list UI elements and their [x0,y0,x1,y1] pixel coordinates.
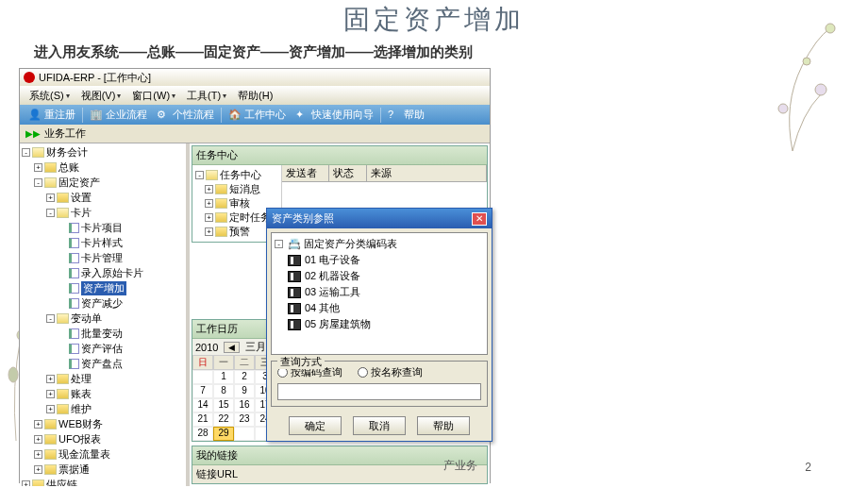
collapse-icon[interactable]: - [195,171,204,179]
category-tree: -📇固定资产分类编码表 01 电子设备 02 机器设备 03 运输工具 04 其… [271,232,488,355]
expand-icon[interactable]: + [46,194,55,202]
nav-maintain[interactable]: +维护 [22,402,184,417]
help-icon: ? [388,109,401,122]
cal-day-header: 二 [234,355,255,370]
collapse-icon[interactable]: - [46,209,55,217]
nav-cashflow[interactable]: +现金流量表 [22,447,184,463]
menu-help[interactable]: 帮助(H) [232,86,278,105]
menu-system[interactable]: 系统(S)▾ [24,86,75,105]
task-root[interactable]: -任务中心 [195,168,278,182]
ok-button[interactable]: 确定 [289,416,342,435]
cal-day-cell[interactable]: 1 [213,370,234,384]
cal-day-cell[interactable]: 29 [213,427,234,441]
nav-settings[interactable]: +设置 [22,191,184,206]
help-button[interactable]: 帮助 [417,416,470,435]
category-item[interactable]: 02 机器设备 [275,268,484,284]
radio-icon[interactable] [358,367,368,378]
collapse-icon[interactable]: - [46,314,55,323]
menu-window[interactable]: 窗口(W)▾ [126,86,181,105]
collapse-icon[interactable]: - [34,178,42,187]
nav-process[interactable]: +处理 [22,372,184,387]
category-item[interactable]: 04 其他 [275,300,484,316]
expand-icon[interactable]: + [34,163,42,172]
expand-icon[interactable]: + [34,450,42,459]
dialog-titlebar[interactable]: 资产类别参照 ✕ [267,209,492,228]
cal-day-cell[interactable]: 22 [213,412,234,427]
query-group: 查询方式 按编码查询 按名称查询 [271,361,488,407]
nav-webfin[interactable]: +WEB财务 [22,417,184,432]
query-input[interactable] [277,383,481,400]
cal-day-cell[interactable]: 14 [192,398,213,412]
cal-day-cell[interactable]: 21 [192,412,213,427]
menu-tools[interactable]: 工具(T)▾ [181,86,232,105]
footer-text: 产业务 [443,458,477,474]
dialog-title: 资产类别参照 [272,211,334,226]
task-center-header: 任务中心 [192,146,487,165]
nav-asset-check[interactable]: 资产盘点 [22,357,184,372]
expand-icon[interactable]: + [205,199,213,208]
work-panel-label: ▶▶ 业务工作 [20,125,490,143]
category-item[interactable]: 05 房屋建筑物 [275,316,484,332]
folder-open-icon [44,177,57,188]
folder-icon [57,389,69,399]
nav-asset-reduce[interactable]: 资产减少 [22,296,184,311]
toolbar-quickguide[interactable]: ✦快速使用向导 [291,107,378,123]
cal-day-cell[interactable]: 7 [192,384,213,398]
nav-finance[interactable]: -财务会计 [22,145,184,160]
nav-card-manage[interactable]: 卡片管理 [22,251,184,266]
expand-icon[interactable]: + [46,375,55,383]
radio-by-name[interactable]: 按名称查询 [358,365,423,379]
cal-day-cell[interactable]: 23 [234,412,255,427]
nav-fa[interactable]: -固定资产 [22,176,184,191]
nav-supplychain[interactable]: +供应链 [22,478,184,486]
nav-asset-add[interactable]: 资产增加 [22,281,184,296]
expand-icon[interactable]: + [46,405,55,413]
cal-day-cell[interactable]: 9 [234,384,255,398]
toolbar-reregister[interactable]: 👤重注册 [24,107,80,123]
expand-icon[interactable]: + [205,227,213,236]
toolbar: 👤重注册 🏢企业流程 ⚙个性流程 🏠工作中心 ✦快速使用向导 ?帮助 [20,105,490,125]
nav-gl[interactable]: +总账 [22,160,184,176]
close-icon[interactable]: ✕ [472,212,487,226]
cal-day-cell[interactable]: 15 [213,398,234,412]
expand-icon[interactable]: + [205,213,213,222]
nav-card-input[interactable]: 录入原始卡片 [22,266,184,281]
cal-day-cell[interactable]: 8 [213,384,234,398]
category-root[interactable]: -📇固定资产分类编码表 [275,236,484,252]
toolbar-custflow[interactable]: ⚙个性流程 [152,107,219,123]
user-icon: 👤 [28,109,42,122]
nav-card-style[interactable]: 卡片样式 [22,236,184,251]
cal-day-cell[interactable]: 2 [234,370,255,384]
cancel-button[interactable]: 取消 [353,416,406,435]
expand-icon[interactable]: + [34,435,42,444]
svg-point-5 [8,367,18,382]
nav-bills[interactable]: +票据通 [22,463,184,478]
expand-icon[interactable]: + [205,185,213,194]
toolbar-workcenter[interactable]: 🏠工作中心 [224,107,291,123]
category-icon [288,287,301,298]
expand-icon[interactable]: + [34,420,42,429]
nav-change[interactable]: -变动单 [22,311,184,327]
task-msg[interactable]: +短消息 [195,182,278,196]
nav-ledger[interactable]: +账表 [22,387,184,402]
toolbar-help[interactable]: ?帮助 [383,107,429,123]
collapse-icon[interactable]: - [275,240,283,248]
nav-ufo[interactable]: +UFO报表 [22,432,184,447]
menu-view[interactable]: 视图(V)▾ [75,86,127,105]
folder-open-icon [32,147,44,158]
nav-asset-eval[interactable]: 资产评估 [22,342,184,357]
nav-batch-change[interactable]: 批量变动 [22,327,184,342]
expand-icon[interactable]: + [46,390,55,398]
page-number: 2 [805,461,811,474]
collapse-icon[interactable]: - [22,148,30,157]
nav-card-item[interactable]: 卡片项目 [22,221,184,236]
cal-prev-button[interactable]: ◀ [224,342,240,353]
category-item[interactable]: 01 电子设备 [275,252,484,268]
cal-day-cell[interactable]: 28 [192,427,213,441]
expand-icon[interactable]: + [34,465,42,474]
cal-day-cell[interactable]: 16 [234,398,255,412]
category-item[interactable]: 03 运输工具 [275,284,484,300]
toolbar-bizflow[interactable]: 🏢企业流程 [85,107,152,123]
expand-icon[interactable]: + [22,480,30,486]
nav-card[interactable]: -卡片 [22,206,184,221]
